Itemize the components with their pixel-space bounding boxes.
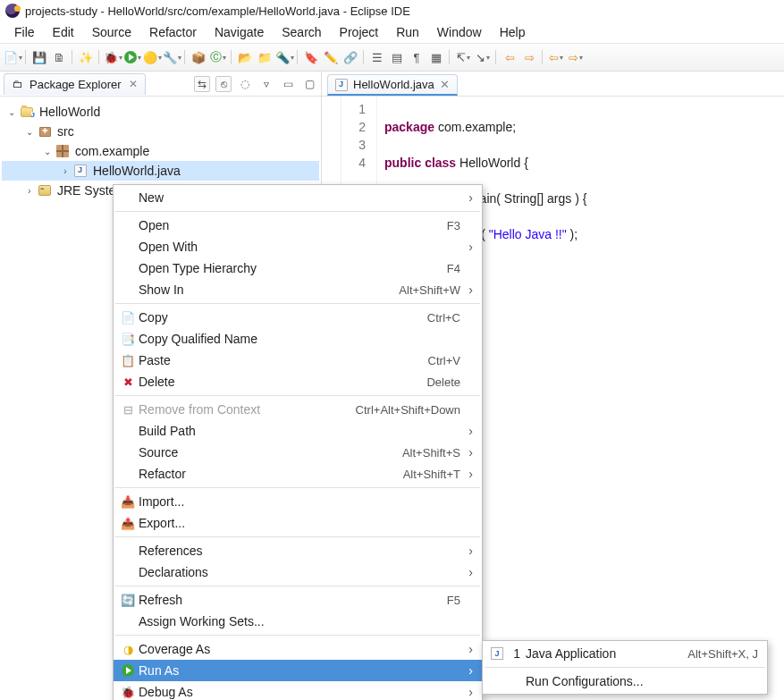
- line-number: 1: [341, 100, 366, 118]
- ctx-delete[interactable]: ✖DeleteDelete: [114, 371, 482, 392]
- next-edit-button[interactable]: ⇨▾: [567, 48, 585, 66]
- ctx-open-with[interactable]: Open With›: [114, 236, 482, 257]
- show-whitespace-button[interactable]: ▦: [427, 48, 445, 66]
- ctx-assign-working-sets[interactable]: Assign Working Sets...: [114, 611, 482, 632]
- ctx-debug-as[interactable]: 🐞Debug As›: [114, 681, 482, 700]
- new-class-button[interactable]: Ⓒ▾: [209, 48, 227, 66]
- open-task-button[interactable]: 📁: [256, 48, 274, 66]
- menu-separator: [115, 536, 480, 537]
- menu-search[interactable]: Search: [273, 23, 330, 41]
- focus-task-button[interactable]: ◌: [237, 76, 253, 92]
- package-explorer-title: Package Explorer: [30, 78, 122, 91]
- ctx-references[interactable]: References›: [114, 540, 482, 561]
- ctx-source[interactable]: SourceAlt+Shift+S›: [114, 442, 482, 463]
- debug-button[interactable]: 🐞▾: [104, 48, 122, 66]
- ctx-accel: Alt+Shift+W: [399, 283, 460, 297]
- ctx-label: Open: [139, 218, 447, 232]
- menu-window[interactable]: Window: [428, 23, 491, 41]
- prev-annotation-button[interactable]: ↸▾: [454, 48, 472, 66]
- src-folder-icon: [39, 127, 51, 137]
- link-editor-button[interactable]: ⎋: [215, 76, 232, 92]
- new-button[interactable]: 📄▾: [4, 48, 21, 66]
- menu-separator: [115, 586, 480, 586]
- menu-edit[interactable]: Edit: [44, 23, 83, 41]
- task-focus-button[interactable]: 🔖: [302, 48, 320, 66]
- ctx-label: Refactor: [139, 467, 403, 481]
- run-button[interactable]: ▾: [123, 48, 141, 66]
- ctx-open[interactable]: OpenF3: [114, 215, 482, 236]
- run-as-submenu[interactable]: J 1 Java Application Alt+Shift+X, J Run …: [482, 640, 768, 695]
- paste-icon: 📋: [117, 354, 139, 367]
- ctx-export[interactable]: 📤Export...: [114, 512, 482, 534]
- coverage-button[interactable]: 🟡▾: [143, 48, 161, 66]
- ctx-new[interactable]: New›: [114, 187, 482, 208]
- twisty-icon[interactable]: ⌄: [5, 107, 18, 117]
- submenu-run-configurations[interactable]: Run Configurations...: [483, 670, 767, 692]
- maximize-button[interactable]: ▢: [301, 76, 317, 92]
- link-button[interactable]: 🔗: [341, 48, 359, 66]
- minimize-button[interactable]: ▭: [280, 76, 296, 92]
- wand-button[interactable]: ✨: [77, 48, 95, 66]
- ctx-label: Build Path: [139, 424, 460, 438]
- ctx-run-as[interactable]: Run As›: [114, 660, 482, 681]
- collapse-all-button[interactable]: ⇆: [194, 76, 210, 92]
- ctx-import[interactable]: 📥Import...: [114, 491, 482, 512]
- twisty-icon[interactable]: ⌄: [23, 127, 36, 137]
- editor-tab-helloworld[interactable]: HelloWorld.java ✕: [327, 74, 458, 96]
- menu-refactor[interactable]: Refactor: [140, 23, 206, 41]
- pencil-button[interactable]: ✏️: [322, 48, 340, 66]
- ctx-copy[interactable]: 📄CopyCtrl+C: [114, 307, 482, 328]
- toggle-breadcrumb-button[interactable]: ☰: [368, 48, 386, 66]
- block-select-button[interactable]: ¶: [408, 48, 426, 66]
- ctx-show-in[interactable]: Show InAlt+Shift+W›: [114, 279, 482, 300]
- tree-label: JRE Syste: [57, 183, 115, 198]
- menu-bar: File Edit Source Refactor Navigate Searc…: [0, 21, 784, 43]
- ctx-coverage-as[interactable]: ◑Coverage As›: [114, 638, 482, 660]
- back-button[interactable]: ⇦: [501, 48, 518, 66]
- view-menu-button[interactable]: ▿: [258, 76, 274, 92]
- forward-button[interactable]: ⇨: [520, 48, 538, 66]
- submenu-java-application[interactable]: J 1 Java Application Alt+Shift+X, J: [483, 643, 767, 664]
- ctx-refactor[interactable]: RefactorAlt+Shift+T›: [114, 463, 482, 485]
- title-bar: projects-study - HelloWorld/src/com/exam…: [0, 0, 784, 21]
- tree-project[interactable]: ⌄ HelloWorld: [2, 102, 319, 122]
- ext-run-button[interactable]: 🔧▾: [163, 48, 181, 66]
- ctx-declarations[interactable]: Declarations›: [114, 561, 482, 583]
- coverage-icon: ◑: [117, 643, 139, 656]
- open-type-button[interactable]: 📂: [236, 48, 254, 66]
- tree-package[interactable]: ⌄ com.example: [2, 141, 319, 161]
- context-menu[interactable]: New›OpenF3Open With›Open Type HierarchyF…: [113, 184, 483, 700]
- ctx-label: New: [139, 190, 460, 205]
- ctx-label: Open Type Hierarchy: [139, 261, 447, 275]
- save-all-button[interactable]: 🗎: [50, 48, 68, 66]
- menu-file[interactable]: File: [5, 23, 44, 41]
- close-icon[interactable]: ✕: [129, 78, 138, 90]
- copy-icon: 📄: [117, 311, 139, 325]
- search-button[interactable]: 🔦▾: [275, 48, 293, 66]
- twisty-icon[interactable]: ›: [23, 186, 36, 196]
- package-explorer-tab[interactable]: 🗀 Package Explorer ✕: [4, 73, 146, 95]
- tree-src[interactable]: ⌄ src: [2, 122, 319, 141]
- menu-source[interactable]: Source: [83, 23, 140, 41]
- ctx-copy-qualified-name[interactable]: 📑Copy Qualified Name: [114, 328, 482, 350]
- save-button[interactable]: 💾: [30, 48, 48, 66]
- tree-java-file[interactable]: › HelloWorld.java: [2, 161, 319, 181]
- project-icon: [21, 107, 33, 117]
- close-icon[interactable]: ✕: [440, 78, 450, 91]
- menu-navigate[interactable]: Navigate: [206, 23, 273, 41]
- ctx-open-type-hierarchy[interactable]: Open Type HierarchyF4: [114, 257, 482, 279]
- menu-run[interactable]: Run: [387, 23, 428, 41]
- next-annotation-button[interactable]: ↘▾: [474, 48, 492, 66]
- ctx-build-path[interactable]: Build Path›: [114, 420, 482, 442]
- ctx-paste[interactable]: 📋PasteCtrl+V: [114, 350, 482, 371]
- new-package-button[interactable]: 📦: [190, 48, 207, 66]
- tree-label: HelloWorld.java: [93, 164, 181, 178]
- mark-occurrences-button[interactable]: ▤: [388, 48, 406, 66]
- menu-help[interactable]: Help: [491, 23, 535, 41]
- last-edit-button[interactable]: ⇦▾: [547, 48, 565, 66]
- ctx-refresh[interactable]: 🔄RefreshF5: [114, 589, 482, 611]
- twisty-icon[interactable]: ›: [59, 166, 72, 176]
- twisty-icon[interactable]: ⌄: [41, 147, 54, 156]
- debug-icon: 🐞: [117, 686, 139, 699]
- menu-project[interactable]: Project: [331, 23, 388, 41]
